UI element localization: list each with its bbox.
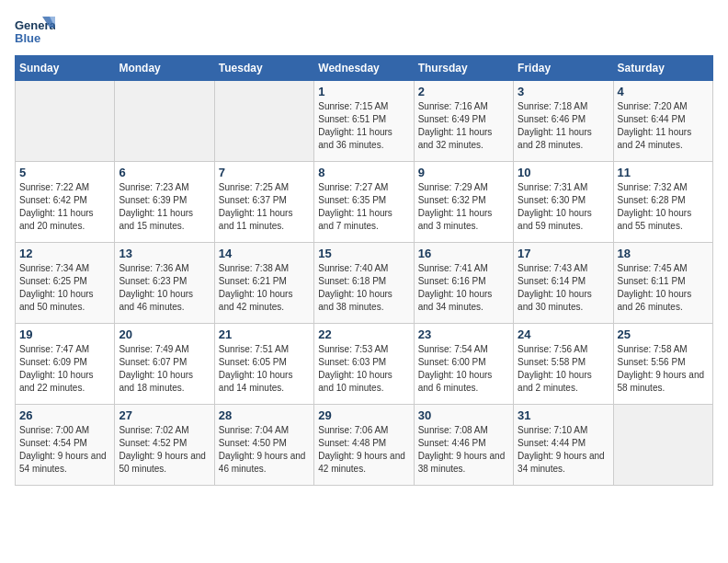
calendar-cell: 15Sunrise: 7:40 AM Sunset: 6:18 PM Dayli… xyxy=(314,243,414,324)
day-number: 12 xyxy=(19,247,110,260)
day-number: 5 xyxy=(19,166,110,179)
svg-text:Blue: Blue xyxy=(15,31,40,45)
calendar-cell: 27Sunrise: 7:02 AM Sunset: 4:52 PM Dayli… xyxy=(115,405,214,486)
header: General Blue xyxy=(15,15,713,48)
day-info: Sunrise: 7:40 AM Sunset: 6:18 PM Dayligh… xyxy=(318,262,409,314)
calendar-cell: 14Sunrise: 7:38 AM Sunset: 6:21 PM Dayli… xyxy=(214,243,313,324)
calendar-cell: 26Sunrise: 7:00 AM Sunset: 4:54 PM Dayli… xyxy=(16,405,115,486)
day-number: 9 xyxy=(418,166,509,179)
calendar-cell: 8Sunrise: 7:27 AM Sunset: 6:35 PM Daylig… xyxy=(314,162,414,243)
logo-icon: General Blue xyxy=(15,15,55,48)
day-info: Sunrise: 7:06 AM Sunset: 4:48 PM Dayligh… xyxy=(318,424,409,476)
day-number: 20 xyxy=(119,327,210,341)
day-info: Sunrise: 7:04 AM Sunset: 4:50 PM Dayligh… xyxy=(219,424,310,476)
day-info: Sunrise: 7:31 AM Sunset: 6:30 PM Dayligh… xyxy=(518,181,609,233)
calendar-cell: 3Sunrise: 7:18 AM Sunset: 6:46 PM Daylig… xyxy=(514,81,613,162)
calendar-cell: 1Sunrise: 7:15 AM Sunset: 6:51 PM Daylig… xyxy=(314,81,414,162)
calendar-cell: 7Sunrise: 7:25 AM Sunset: 6:37 PM Daylig… xyxy=(214,162,313,243)
calendar-cell xyxy=(115,81,214,162)
day-number: 17 xyxy=(518,247,609,260)
day-number: 3 xyxy=(518,85,609,98)
day-number: 10 xyxy=(518,166,609,179)
calendar-cell: 28Sunrise: 7:04 AM Sunset: 4:50 PM Dayli… xyxy=(214,405,313,486)
calendar-cell: 22Sunrise: 7:53 AM Sunset: 6:03 PM Dayli… xyxy=(314,324,414,405)
day-number: 25 xyxy=(618,327,709,341)
day-number: 7 xyxy=(219,166,310,179)
day-info: Sunrise: 7:23 AM Sunset: 6:39 PM Dayligh… xyxy=(119,181,210,233)
day-info: Sunrise: 7:45 AM Sunset: 6:11 PM Dayligh… xyxy=(618,262,709,314)
day-info: Sunrise: 7:18 AM Sunset: 6:46 PM Dayligh… xyxy=(518,100,609,152)
day-info: Sunrise: 7:15 AM Sunset: 6:51 PM Dayligh… xyxy=(318,100,409,152)
day-info: Sunrise: 7:02 AM Sunset: 4:52 PM Dayligh… xyxy=(119,424,210,476)
day-info: Sunrise: 7:00 AM Sunset: 4:54 PM Dayligh… xyxy=(19,424,110,476)
day-number: 4 xyxy=(618,85,709,98)
day-header-tuesday: Tuesday xyxy=(214,56,313,81)
day-info: Sunrise: 7:27 AM Sunset: 6:35 PM Dayligh… xyxy=(318,181,409,233)
calendar-cell: 29Sunrise: 7:06 AM Sunset: 4:48 PM Dayli… xyxy=(314,405,414,486)
day-info: Sunrise: 7:58 AM Sunset: 5:56 PM Dayligh… xyxy=(618,343,709,395)
day-info: Sunrise: 7:36 AM Sunset: 6:23 PM Dayligh… xyxy=(119,262,210,314)
day-header-friday: Friday xyxy=(514,56,613,81)
calendar-cell: 2Sunrise: 7:16 AM Sunset: 6:49 PM Daylig… xyxy=(414,81,513,162)
day-info: Sunrise: 7:20 AM Sunset: 6:44 PM Dayligh… xyxy=(618,100,709,152)
calendar-cell: 5Sunrise: 7:22 AM Sunset: 6:42 PM Daylig… xyxy=(16,162,115,243)
logo: General Blue xyxy=(15,15,59,48)
day-number: 26 xyxy=(19,408,110,422)
week-row-3: 12Sunrise: 7:34 AM Sunset: 6:25 PM Dayli… xyxy=(16,243,713,324)
day-number: 24 xyxy=(518,327,609,341)
day-number: 13 xyxy=(119,247,210,260)
calendar-cell: 25Sunrise: 7:58 AM Sunset: 5:56 PM Dayli… xyxy=(613,324,712,405)
day-info: Sunrise: 7:34 AM Sunset: 6:25 PM Dayligh… xyxy=(19,262,110,314)
day-info: Sunrise: 7:38 AM Sunset: 6:21 PM Dayligh… xyxy=(219,262,310,314)
day-number: 18 xyxy=(618,247,709,260)
day-header-row: SundayMondayTuesdayWednesdayThursdayFrid… xyxy=(16,56,713,81)
calendar-cell: 12Sunrise: 7:34 AM Sunset: 6:25 PM Dayli… xyxy=(16,243,115,324)
calendar-cell: 16Sunrise: 7:41 AM Sunset: 6:16 PM Dayli… xyxy=(414,243,513,324)
calendar-cell: 20Sunrise: 7:49 AM Sunset: 6:07 PM Dayli… xyxy=(115,324,214,405)
day-header-sunday: Sunday xyxy=(16,56,115,81)
calendar-cell: 9Sunrise: 7:29 AM Sunset: 6:32 PM Daylig… xyxy=(414,162,513,243)
day-number: 1 xyxy=(318,85,409,98)
day-number: 6 xyxy=(119,166,210,179)
week-row-5: 26Sunrise: 7:00 AM Sunset: 4:54 PM Dayli… xyxy=(16,405,713,486)
calendar-cell: 18Sunrise: 7:45 AM Sunset: 6:11 PM Dayli… xyxy=(613,243,712,324)
day-number: 31 xyxy=(518,408,609,422)
calendar-cell: 30Sunrise: 7:08 AM Sunset: 4:46 PM Dayli… xyxy=(414,405,513,486)
day-number: 23 xyxy=(418,327,509,341)
day-number: 27 xyxy=(119,408,210,422)
day-info: Sunrise: 7:53 AM Sunset: 6:03 PM Dayligh… xyxy=(318,343,409,395)
week-row-2: 5Sunrise: 7:22 AM Sunset: 6:42 PM Daylig… xyxy=(16,162,713,243)
day-number: 22 xyxy=(318,327,409,341)
day-info: Sunrise: 7:08 AM Sunset: 4:46 PM Dayligh… xyxy=(418,424,509,476)
week-row-4: 19Sunrise: 7:47 AM Sunset: 6:09 PM Dayli… xyxy=(16,324,713,405)
day-number: 19 xyxy=(19,327,110,341)
day-number: 16 xyxy=(418,247,509,260)
day-info: Sunrise: 7:29 AM Sunset: 6:32 PM Dayligh… xyxy=(418,181,509,233)
calendar-cell xyxy=(214,81,313,162)
calendar-cell xyxy=(613,405,712,486)
calendar-cell: 24Sunrise: 7:56 AM Sunset: 5:58 PM Dayli… xyxy=(514,324,613,405)
calendar-cell: 13Sunrise: 7:36 AM Sunset: 6:23 PM Dayli… xyxy=(115,243,214,324)
calendar-cell: 23Sunrise: 7:54 AM Sunset: 6:00 PM Dayli… xyxy=(414,324,513,405)
calendar-cell: 17Sunrise: 7:43 AM Sunset: 6:14 PM Dayli… xyxy=(514,243,613,324)
day-header-thursday: Thursday xyxy=(414,56,513,81)
day-number: 15 xyxy=(318,247,409,260)
calendar-table: SundayMondayTuesdayWednesdayThursdayFrid… xyxy=(15,55,713,486)
day-header-wednesday: Wednesday xyxy=(314,56,414,81)
day-number: 11 xyxy=(618,166,709,179)
day-info: Sunrise: 7:56 AM Sunset: 5:58 PM Dayligh… xyxy=(518,343,609,395)
day-header-monday: Monday xyxy=(115,56,214,81)
day-info: Sunrise: 7:25 AM Sunset: 6:37 PM Dayligh… xyxy=(219,181,310,233)
day-number: 21 xyxy=(219,327,310,341)
day-info: Sunrise: 7:22 AM Sunset: 6:42 PM Dayligh… xyxy=(19,181,110,233)
calendar-cell: 31Sunrise: 7:10 AM Sunset: 4:44 PM Dayli… xyxy=(514,405,613,486)
day-number: 2 xyxy=(418,85,509,98)
calendar-cell: 6Sunrise: 7:23 AM Sunset: 6:39 PM Daylig… xyxy=(115,162,214,243)
day-info: Sunrise: 7:16 AM Sunset: 6:49 PM Dayligh… xyxy=(418,100,509,152)
day-header-saturday: Saturday xyxy=(613,56,712,81)
calendar-cell: 10Sunrise: 7:31 AM Sunset: 6:30 PM Dayli… xyxy=(514,162,613,243)
day-info: Sunrise: 7:51 AM Sunset: 6:05 PM Dayligh… xyxy=(219,343,310,395)
calendar-cell xyxy=(16,81,115,162)
week-row-1: 1Sunrise: 7:15 AM Sunset: 6:51 PM Daylig… xyxy=(16,81,713,162)
day-info: Sunrise: 7:54 AM Sunset: 6:00 PM Dayligh… xyxy=(418,343,509,395)
